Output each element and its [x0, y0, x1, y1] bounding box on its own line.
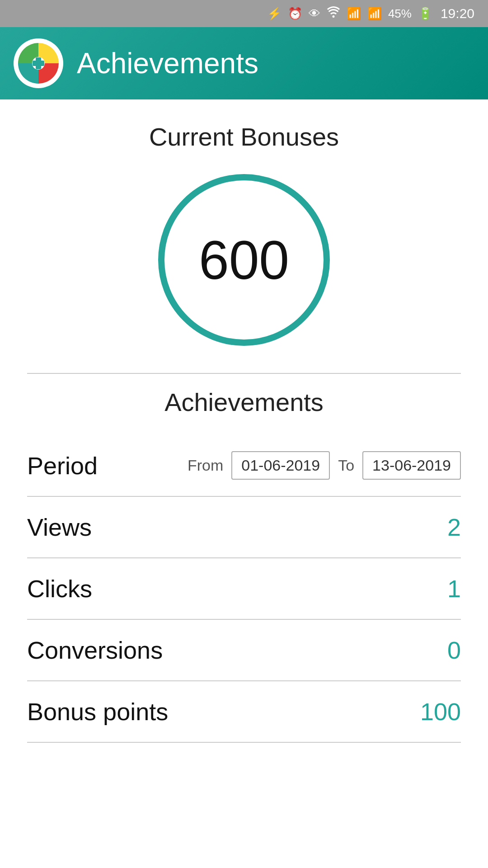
to-date[interactable]: 13-06-2019	[362, 451, 461, 480]
views-label: Views	[27, 513, 92, 541]
achievements-section: Achievements Period From 01-06-2019 To 1…	[27, 373, 461, 743]
bonus-points-value: 100	[407, 698, 461, 726]
battery-icon: 🔋	[418, 7, 432, 21]
status-time: 19:20	[441, 6, 474, 21]
signal1-icon: 📶	[347, 7, 361, 21]
bluetooth-icon: ⚡	[267, 7, 282, 21]
status-icons: ⚡ ⏰ 👁 📶 📶 45% 🔋	[267, 6, 432, 21]
from-date[interactable]: 01-06-2019	[231, 451, 330, 480]
to-label: To	[338, 457, 354, 474]
logo-svg	[16, 41, 61, 86]
bonus-value: 600	[199, 229, 289, 291]
status-bar: ⚡ ⏰ 👁 📶 📶 45% 🔋 19:20	[0, 0, 488, 27]
clicks-row: Clicks 1	[27, 558, 461, 620]
views-row: Views 2	[27, 497, 461, 558]
achievements-section-title: Achievements	[27, 387, 461, 417]
accessibility-icon: 👁	[309, 7, 320, 21]
header-title: Achievements	[77, 47, 258, 80]
from-label: From	[188, 457, 223, 474]
current-bonuses-title: Current Bonuses	[27, 122, 461, 151]
stats-table: Period From 01-06-2019 To 13-06-2019 Vie…	[27, 435, 461, 743]
period-row: Period From 01-06-2019 To 13-06-2019	[27, 435, 461, 497]
svg-rect-2	[33, 61, 44, 66]
clicks-label: Clicks	[27, 575, 92, 603]
clicks-value: 1	[407, 575, 461, 603]
bonus-circle-container: 600	[27, 174, 461, 346]
signal2-icon: 📶	[367, 7, 382, 21]
app-logo	[14, 38, 63, 88]
conversions-row: Conversions 0	[27, 620, 461, 681]
bonus-points-label: Bonus points	[27, 698, 168, 726]
app-header: Achievements	[0, 27, 488, 99]
bonus-circle: 600	[158, 174, 330, 346]
main-content: Current Bonuses 600 Achievements Period …	[0, 99, 488, 743]
views-value: 2	[407, 513, 461, 541]
period-label: Period	[27, 452, 98, 480]
conversions-label: Conversions	[27, 636, 163, 664]
bonus-points-row: Bonus points 100	[27, 681, 461, 743]
wifi-icon	[327, 6, 340, 21]
conversions-value: 0	[407, 636, 461, 664]
alarm-icon: ⏰	[288, 7, 302, 21]
period-controls: From 01-06-2019 To 13-06-2019	[188, 451, 461, 480]
battery-percent: 45%	[388, 7, 412, 21]
